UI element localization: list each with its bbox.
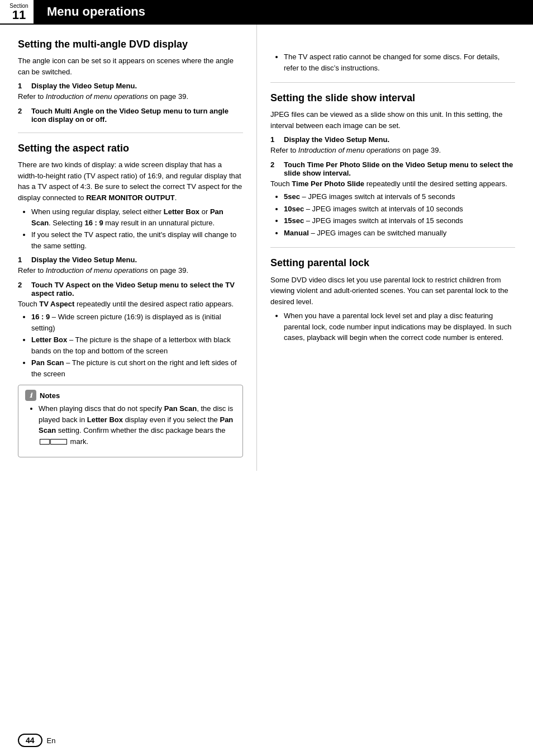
step2-label: Touch TV Aspect on the Video Setup menu …	[31, 281, 243, 297]
footer: 44 En	[0, 734, 533, 747]
interval-bullets: 5sec – JPEG images switch at intervals o…	[270, 191, 515, 238]
bullet-item: Manual – JPEG images can be switched man…	[284, 228, 515, 239]
step2-num: 2	[18, 281, 27, 297]
multi-angle-heading: Setting the multi-angle DVD display	[18, 38, 243, 51]
main-content: Setting the multi-angle DVD display The …	[0, 25, 533, 471]
aspect-step2: 2 Touch TV Aspect on the Video Setup men…	[18, 281, 243, 297]
slideshow-intro: JPEG files can be viewed as a slide show…	[270, 109, 515, 131]
parental-lock-bullets: When you have a parental lock level set …	[270, 310, 515, 343]
aspect-ratio-bullets: When using regular display, select eithe…	[18, 206, 243, 251]
step1-label: Display the Video Setup Menu.	[31, 256, 137, 264]
aspect-step2-intro: Touch TV Aspect repeatedly until the des…	[18, 299, 243, 310]
step2-label: Touch Time Per Photo Slide on the Video …	[284, 160, 515, 177]
bullet-item: 16 : 9 – Wide screen picture (16:9) is d…	[31, 311, 243, 333]
notes-bullets: When playing discs that do not specify P…	[25, 403, 236, 447]
note-item: When playing discs that do not specify P…	[39, 403, 236, 447]
divider1	[18, 133, 243, 133]
mark-symbol	[40, 439, 67, 445]
step1-label: Display the Video Setup Menu.	[31, 82, 137, 90]
step2-num: 2	[270, 160, 279, 177]
bullet-item: 15sec – JPEG images switch at intervals …	[284, 215, 515, 226]
mark-box-left	[40, 439, 50, 445]
notes-header: ℹ Notes	[25, 390, 236, 401]
slideshow-heading: Setting the slide show interval	[270, 92, 515, 105]
divider2	[270, 82, 515, 83]
header-title: Menu operations	[34, 0, 533, 23]
bullet-item: When you have a parental lock level set …	[284, 310, 515, 343]
step1-num: 1	[270, 135, 279, 144]
slideshow-step2-intro: Touch Time Per Photo Slide repeatedly un…	[270, 178, 515, 190]
notes-label: Notes	[40, 391, 60, 400]
multi-angle-step2: 2 Touch Multi Angle on the Video Setup m…	[18, 107, 243, 124]
multi-angle-step1: 1 Display the Video Setup Menu.	[18, 82, 243, 90]
page-header: Section 11 Menu operations	[0, 0, 533, 25]
step1-label: Display the Video Setup Menu.	[284, 135, 389, 144]
step1-num: 1	[18, 256, 27, 264]
notes-box: ℹ Notes When playing discs that do not s…	[18, 385, 243, 457]
mark-box-right	[50, 439, 67, 445]
aspect-ratio-heading: Setting the aspect ratio	[18, 142, 243, 155]
tv-aspect-note-item: The TV aspect ratio cannot be changed fo…	[284, 51, 515, 73]
parental-lock-heading: Setting parental lock	[270, 257, 515, 270]
slideshow-step1: 1 Display the Video Setup Menu.	[270, 135, 515, 144]
language-label: En	[47, 736, 56, 745]
divider3	[270, 247, 515, 248]
bullet-item: Letter Box – The picture is the shape of…	[31, 334, 243, 356]
section-num: 11	[12, 9, 26, 21]
bullet-item: If you select the TV aspect ratio, the u…	[31, 229, 243, 251]
ratio-bullets: 16 : 9 – Wide screen picture (16:9) is d…	[18, 311, 243, 379]
page-number: 44	[18, 734, 42, 747]
tv-aspect-note-list: The TV aspect ratio cannot be changed fo…	[270, 51, 515, 73]
aspect-ratio-intro: There are two kinds of display: a wide s…	[18, 159, 243, 203]
step2-label: Touch Multi Angle on the Video Setup men…	[31, 107, 243, 124]
bullet-item: 10sec – JPEG images switch at intervals …	[284, 204, 515, 215]
bullet-item: When using regular display, select eithe…	[31, 206, 243, 228]
parental-lock-intro: Some DVD video discs let you use parenta…	[270, 275, 515, 308]
multi-angle-step1-body: Refer to Introduction of menu operations…	[18, 91, 243, 102]
section-label: Section 11	[0, 0, 34, 23]
right-column: The TV aspect ratio cannot be changed fo…	[257, 25, 533, 471]
aspect-step1-body: Refer to Introduction of menu operations…	[18, 265, 243, 276]
slideshow-step1-body: Refer to Introduction of menu operations…	[270, 145, 515, 156]
bullet-item: Pan Scan – The picture is cut short on t…	[31, 357, 243, 379]
note-icon: ℹ	[25, 390, 36, 401]
aspect-step1: 1 Display the Video Setup Menu.	[18, 256, 243, 264]
step1-num: 1	[18, 82, 27, 90]
multi-angle-intro: The angle icon can be set so it appears …	[18, 55, 243, 77]
left-column: Setting the multi-angle DVD display The …	[0, 25, 257, 471]
slideshow-step2: 2 Touch Time Per Photo Slide on the Vide…	[270, 160, 515, 177]
step2-num: 2	[18, 107, 27, 124]
bullet-item: 5sec – JPEG images switch at intervals o…	[284, 191, 515, 202]
